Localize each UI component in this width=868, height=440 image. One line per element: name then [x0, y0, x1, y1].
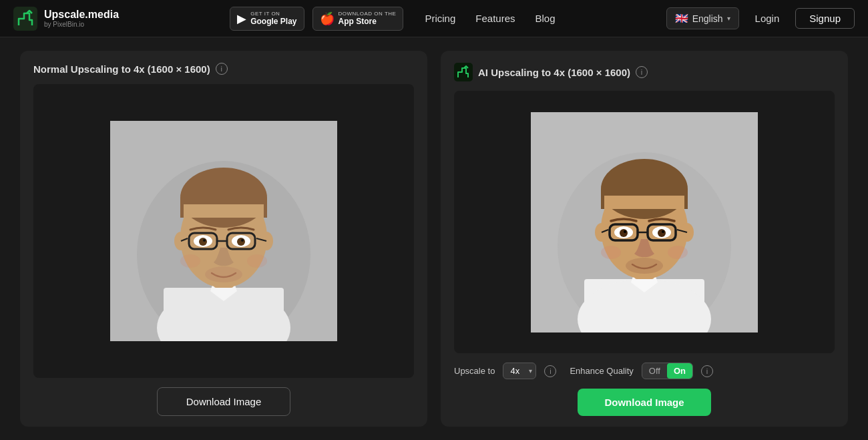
language-flag: 🇬🇧 [675, 12, 688, 25]
nav-blog[interactable]: Blog [535, 13, 556, 24]
app-store-bottom: App Store [339, 17, 397, 26]
logo-sub: by PixelBin.io [44, 21, 119, 28]
google-play-top: GET IT ON [250, 11, 296, 17]
enhance-quality-label: Enhance Quality [570, 366, 633, 376]
upscale-select[interactable]: 2x 4x 8x [503, 363, 536, 379]
nav-links: Pricing Features Blog [425, 13, 555, 24]
navbar-center: ▶ GET IT ON Google Play 🍎 Download on th… [230, 7, 555, 31]
svg-point-26 [247, 254, 267, 268]
signup-button[interactable]: Signup [795, 8, 855, 29]
normal-image-container [33, 84, 414, 378]
svg-rect-12 [184, 204, 264, 218]
navbar-right: 🇬🇧 English ▾ Login Signup [666, 7, 855, 29]
ai-upscaling-panel: AI Upscaling to 4x (1600 × 1600) i [441, 51, 848, 427]
navbar: Upscale.media by PixelBin.io ▶ GET IT ON… [0, 0, 868, 37]
normal-upscaling-panel: Normal Upscaling to 4x (1600 × 1600) i [20, 51, 427, 427]
upscale-info-icon[interactable]: i [544, 365, 556, 377]
nav-features[interactable]: Features [475, 13, 515, 24]
navbar-left: Upscale.media by PixelBin.io [13, 7, 119, 31]
nav-pricing[interactable]: Pricing [425, 13, 455, 24]
google-play-badge[interactable]: ▶ GET IT ON Google Play [230, 7, 304, 31]
normal-info-icon[interactable]: i [216, 63, 228, 75]
svg-rect-0 [13, 7, 37, 31]
toggle-on-option[interactable]: On [667, 363, 692, 379]
app-store-text: Download on the App Store [339, 11, 397, 26]
language-label: English [692, 13, 723, 24]
svg-point-20 [199, 238, 207, 246]
upscale-select-wrapper: 2x 4x 8x ▾ [503, 363, 536, 379]
login-button[interactable]: Login [747, 9, 788, 28]
app-store-top: Download on the [339, 11, 397, 17]
normal-portrait-image [110, 121, 337, 341]
language-selector[interactable]: 🇬🇧 English ▾ [666, 7, 739, 29]
google-play-text: GET IT ON Google Play [250, 11, 296, 26]
enhance-info-icon[interactable]: i [701, 365, 713, 377]
normal-panel-title: Normal Upscaling to 4x (1600 × 1600) [33, 63, 210, 75]
ai-logo-icon [454, 63, 473, 81]
svg-point-24 [205, 266, 242, 282]
apple-icon: 🍎 [320, 11, 335, 26]
ai-portrait-image [531, 112, 758, 333]
google-play-bottom: Google Play [250, 17, 296, 26]
upscale-logo-icon [13, 7, 37, 31]
normal-panel-header: Normal Upscaling to 4x (1600 × 1600) i [33, 63, 414, 75]
svg-rect-27 [454, 63, 473, 81]
svg-point-22 [203, 239, 206, 242]
svg-point-50 [662, 230, 664, 233]
ai-panel-title: AI Upscaling to 4x (1600 × 1600) [478, 67, 630, 78]
svg-point-25 [180, 254, 200, 268]
upscale-to-label: Upscale to [454, 366, 495, 376]
svg-point-23 [241, 239, 244, 242]
svg-point-52 [601, 246, 621, 259]
ai-panel-header: AI Upscaling to 4x (1600 × 1600) i [454, 63, 835, 81]
ai-info-icon[interactable]: i [636, 66, 648, 78]
logo-name: Upscale.media [44, 9, 119, 21]
svg-point-21 [237, 238, 245, 246]
main-content: Normal Upscaling to 4x (1600 × 1600) i [0, 37, 868, 440]
google-play-icon: ▶ [237, 11, 246, 26]
normal-download-button[interactable]: Download Image [157, 387, 290, 416]
ai-download-button[interactable]: Download Image [578, 389, 711, 416]
svg-point-47 [620, 229, 628, 237]
svg-rect-39 [604, 196, 684, 209]
chevron-down-icon: ▾ [727, 15, 730, 22]
svg-point-51 [626, 258, 663, 274]
logo-text: Upscale.media by PixelBin.io [44, 9, 119, 28]
app-store-badge[interactable]: 🍎 Download on the App Store [312, 7, 404, 31]
enhance-toggle[interactable]: Off On [642, 363, 693, 379]
ai-image-container [454, 91, 835, 353]
svg-point-48 [658, 229, 666, 237]
svg-point-53 [668, 246, 688, 259]
ai-panel-controls: Upscale to 2x 4x 8x ▾ i Enhance Quality … [454, 363, 835, 379]
svg-point-49 [624, 230, 626, 233]
toggle-off-option[interactable]: Off [642, 363, 667, 379]
